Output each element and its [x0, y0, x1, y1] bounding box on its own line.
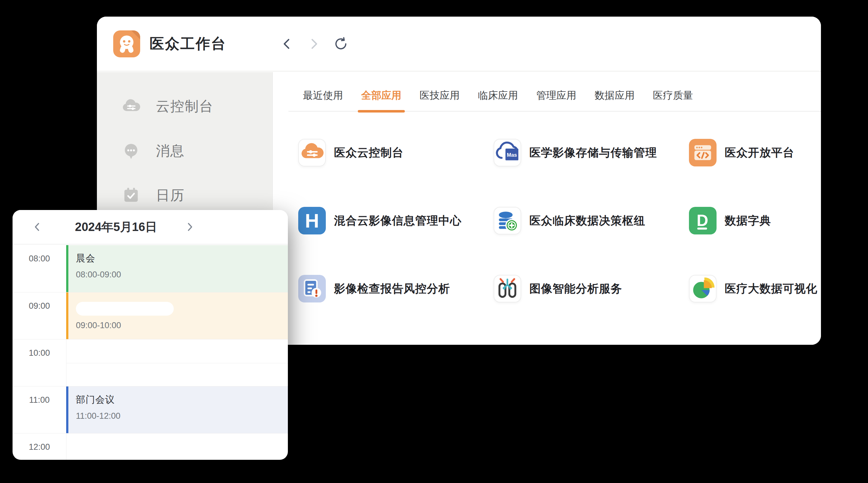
app-report-risk-analysis[interactable]: 影像检查报告风控分析 [298, 275, 494, 302]
event-redacted[interactable]: 09:00-10:00 [66, 292, 288, 339]
sidebar-item-cloud-console[interactable]: 云控制台 [97, 84, 273, 129]
hour-label: 10:00 [12, 348, 66, 358]
app-category-tabs: 最近使用 全部应用 医技应用 临床应用 管理应用 数据应用 医疗质量 [288, 72, 821, 111]
hour-label: 09:00 [12, 301, 66, 311]
svg-text:Mas: Mas [507, 152, 517, 158]
calendar-date-title: 2024年5月16日 [57, 219, 176, 235]
app-pacs[interactable]: Mas 医学影像存储与传输管理 [494, 139, 689, 166]
app-logo-icon [113, 30, 140, 57]
calendar-check-icon [121, 185, 142, 205]
calendar-row-1200: 12:00 [12, 433, 288, 460]
message-bubble-icon [121, 140, 142, 161]
sidebar-item-label: 消息 [156, 142, 185, 160]
redacted-title-pill [76, 302, 174, 316]
day-calendar-panel: 2024年5月16日 08:00 晨会 08:00-09:00 09:00 09… [12, 210, 288, 460]
back-arrow-icon[interactable] [279, 36, 294, 52]
tab-quality[interactable]: 医疗质量 [653, 89, 693, 111]
tab-management-apps[interactable]: 管理应用 [536, 89, 577, 111]
app-grid: 医众云控制台 Mas 医学影像存储与传输管理 [298, 139, 815, 343]
hour-label: 11:00 [12, 395, 66, 405]
logo-folded-corner [131, 30, 140, 39]
app-cloud-console[interactable]: 医众云控制台 [298, 139, 494, 166]
app-label: 影像检查报告风控分析 [334, 281, 450, 296]
hour-label: 08:00 [12, 254, 66, 264]
calendar-body: 08:00 晨会 08:00-09:00 09:00 09:00-10:00 1… [12, 245, 288, 460]
svg-text:H: H [305, 210, 319, 232]
tab-medtech-apps[interactable]: 医技应用 [420, 89, 460, 111]
svg-text:D: D [697, 212, 708, 229]
window-header: 医众工作台 [97, 17, 821, 71]
app-hybrid-cloud-imaging[interactable]: H 混合云影像信息管理中心 [298, 207, 494, 234]
event-title: 部门会议 [76, 393, 288, 406]
code-window-icon [689, 139, 717, 166]
sidebar-item-label: 日历 [156, 186, 185, 205]
app-label: 医疗大数据可视化 [725, 281, 817, 296]
calendar-row-1000: 10:00 [12, 339, 288, 386]
cloud-console-icon [121, 96, 142, 117]
app-label: 医众临床数据决策枢纽 [529, 213, 645, 228]
event-time: 08:00-09:00 [76, 270, 288, 280]
refresh-icon[interactable] [333, 36, 348, 52]
app-label: 数据字典 [725, 213, 771, 228]
tab-recent[interactable]: 最近使用 [303, 89, 343, 111]
main-content: 最近使用 全部应用 医技应用 临床应用 管理应用 数据应用 医疗质量 [273, 72, 821, 345]
tab-data-apps[interactable]: 数据应用 [594, 89, 635, 111]
app-open-platform[interactable]: 医众开放平台 [689, 139, 817, 166]
calendar-row-1100: 11:00 部门会议 11:00-12:00 [12, 386, 288, 433]
database-plus-icon [494, 207, 521, 234]
cloud-mas-icon: Mas [494, 139, 521, 166]
sidebar-item-messages[interactable]: 消息 [97, 129, 273, 173]
event-time: 09:00-10:00 [76, 321, 288, 330]
app-title: 医众工作台 [150, 34, 226, 54]
app-big-data-visualization[interactable]: 医疗大数据可视化 [689, 275, 817, 302]
dictionary-d-icon: D [689, 207, 717, 234]
app-label: 混合云影像信息管理中心 [334, 213, 462, 228]
tab-clinical-apps[interactable]: 临床应用 [478, 89, 518, 111]
calendar-header: 2024年5月16日 [12, 210, 288, 245]
app-label: 图像智能分析服务 [529, 281, 622, 296]
half-hour-divider [66, 363, 288, 363]
event-morning-meeting[interactable]: 晨会 08:00-09:00 [66, 245, 288, 292]
forward-arrow-icon[interactable] [306, 36, 321, 52]
event-time: 11:00-12:00 [76, 411, 288, 421]
calendar-row-0900: 09:00 09:00-10:00 [12, 292, 288, 339]
nav-controls [279, 17, 348, 71]
tab-all-apps[interactable]: 全部应用 [361, 89, 401, 111]
app-label: 医众开放平台 [725, 145, 794, 160]
app-clinical-data-hub[interactable]: 医众临床数据决策枢纽 [494, 207, 689, 234]
letter-h-icon: H [298, 207, 326, 234]
app-image-ai-analysis[interactable]: 图像智能分析服务 [494, 275, 689, 302]
next-day-icon[interactable] [184, 222, 195, 232]
hour-label: 12:00 [12, 442, 66, 452]
lungs-icon [494, 275, 521, 302]
event-department-meeting[interactable]: 部门会议 11:00-12:00 [66, 386, 288, 433]
app-label: 医学影像存储与传输管理 [529, 145, 657, 160]
app-label: 医众云控制台 [334, 145, 404, 160]
report-alert-icon [298, 275, 326, 302]
sidebar-item-label: 云控制台 [156, 97, 214, 116]
calendar-row-0800: 08:00 晨会 08:00-09:00 [12, 245, 288, 292]
pie-chart-icon [689, 275, 717, 302]
event-title: 晨会 [76, 252, 288, 265]
prev-day-icon[interactable] [32, 222, 43, 232]
cloud-sliders-icon [298, 139, 326, 166]
app-data-dictionary[interactable]: D 数据字典 [689, 207, 817, 234]
